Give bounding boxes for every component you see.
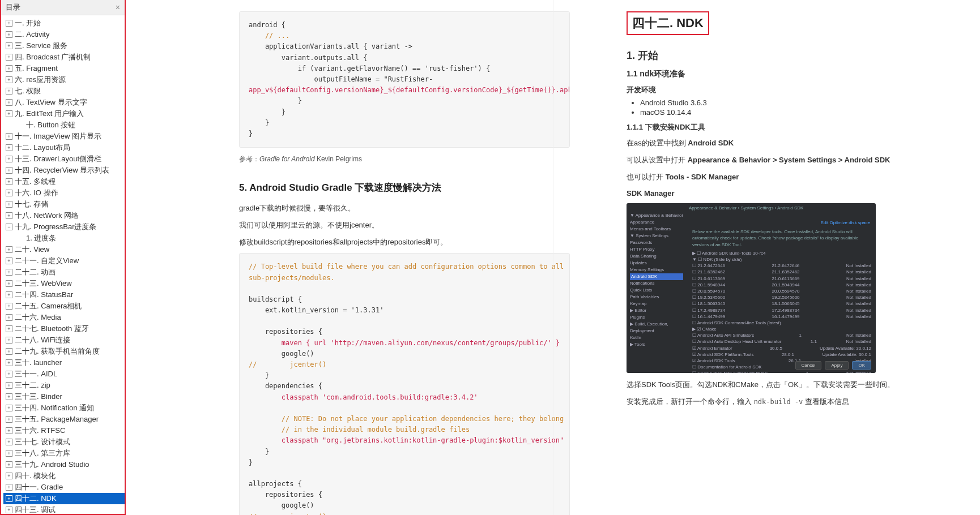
expand-icon[interactable]: + — [6, 416, 12, 423]
code-block-android: android { // ... applicationVariants.all… — [239, 11, 570, 148]
expand-icon[interactable]: + — [6, 31, 12, 38]
expand-icon[interactable]: + — [6, 393, 12, 400]
toc-item[interactable]: +四十三. 调试 — [3, 504, 125, 514]
toc-item[interactable]: +二十五. Camera相机 — [3, 301, 125, 312]
expand-icon[interactable]: + — [6, 484, 12, 491]
toc-item[interactable]: +一. 开始 — [3, 18, 125, 29]
paragraph: 也可以打开 Tools - SDK Manager — [627, 171, 957, 183]
expand-icon[interactable]: + — [6, 212, 12, 219]
toc-item[interactable]: +七. 权限 — [3, 85, 125, 97]
toc-item[interactable]: +九. EditText 用户输入 — [3, 108, 125, 119]
toc-item[interactable]: +十四. RecyclerView 显示列表 — [3, 165, 125, 176]
toc-item[interactable]: +二十一. 自定义View — [3, 255, 125, 267]
expand-icon[interactable]: + — [6, 359, 12, 366]
toc-item[interactable]: +四十. 模块化 — [3, 470, 125, 482]
toc-label: 二十八. WiFi连接 — [15, 335, 70, 345]
toc-item[interactable]: +十六. IO 操作 — [3, 187, 125, 199]
expand-icon[interactable]: + — [6, 156, 12, 162]
expand-icon[interactable]: + — [6, 178, 12, 185]
toc-item[interactable]: +三. Service 服务 — [3, 40, 125, 52]
expand-icon[interactable]: + — [6, 201, 12, 208]
expand-icon[interactable]: + — [6, 371, 12, 377]
expand-icon[interactable]: + — [6, 258, 12, 264]
expand-icon[interactable]: + — [6, 291, 12, 298]
toc-item[interactable]: +三十八. 第三方库 — [3, 448, 125, 459]
collapse-icon[interactable]: − — [6, 224, 12, 230]
expand-icon[interactable]: + — [6, 439, 12, 445]
toc-item[interactable]: +十三. DrawerLayout侧滑栏 — [3, 153, 125, 165]
expand-icon[interactable]: + — [6, 42, 12, 49]
expand-icon[interactable]: + — [6, 133, 12, 140]
expand-icon[interactable]: + — [6, 144, 12, 151]
toc-item[interactable]: +二. Activity — [3, 29, 125, 40]
toc-item[interactable]: +四十一. Gradle — [3, 482, 125, 493]
expand-icon[interactable]: + — [6, 246, 12, 253]
expand-icon[interactable]: + — [6, 110, 12, 117]
expand-icon[interactable]: + — [6, 99, 12, 106]
toc-label: 四十. 模块化 — [15, 471, 56, 481]
toc-item[interactable]: +三十九. Android Studio — [3, 459, 125, 470]
toc-item[interactable]: +十五. 多线程 — [3, 176, 125, 187]
expand-icon[interactable]: + — [6, 461, 12, 468]
toc-item[interactable]: −十九. ProgressBar进度条 — [3, 221, 125, 233]
close-icon[interactable]: × — [116, 3, 120, 12]
expand-icon[interactable]: + — [6, 88, 12, 95]
expand-icon[interactable]: + — [6, 405, 12, 411]
expand-icon[interactable]: + — [6, 450, 12, 457]
toc-item[interactable]: +三十七. 设计模式 — [3, 436, 125, 448]
toc-item[interactable]: +十七. 存储 — [3, 199, 125, 210]
toc-item[interactable]: +二十八. WiFi连接 — [3, 334, 125, 346]
toc-label: 三十一. AIDL — [15, 369, 57, 379]
toc-item[interactable]: +二十七. Bluetooth 蓝牙 — [3, 323, 125, 334]
toc-item[interactable]: +三十. launcher — [3, 357, 125, 368]
toc-item[interactable]: +六. res应用资源 — [3, 74, 125, 85]
expand-icon[interactable]: + — [6, 76, 12, 83]
expand-icon[interactable]: + — [6, 427, 12, 434]
toc-item[interactable]: +十八. NetWork 网络 — [3, 210, 125, 221]
dialog-button[interactable]: Cancel — [795, 361, 822, 370]
toc-item[interactable]: +十二. Layout布局 — [3, 142, 125, 153]
toc-item[interactable]: +二十九. 获取手机当前角度 — [3, 346, 125, 357]
toc-item[interactable]: +二十. View — [3, 244, 125, 255]
expand-icon[interactable]: + — [6, 54, 12, 61]
toc-item[interactable]: +二十六. Media — [3, 312, 125, 323]
toc-item[interactable]: +三十四. Notification 通知 — [3, 402, 125, 414]
expand-icon[interactable]: + — [6, 190, 12, 196]
sdk-manager-screenshot: Appearance & Behavior › System Settings … — [627, 203, 876, 373]
toc-label: 三. Service 服务 — [15, 41, 67, 51]
expand-icon[interactable]: + — [6, 473, 12, 479]
toc-item[interactable]: +三十五. PackageManager — [3, 414, 125, 425]
expand-icon[interactable]: + — [6, 495, 12, 502]
toc-item[interactable]: +四十二. NDK — [3, 493, 125, 504]
expand-icon[interactable]: + — [6, 20, 12, 27]
expand-icon[interactable]: + — [6, 65, 12, 72]
expand-icon[interactable]: + — [6, 303, 12, 310]
toc-item[interactable]: +二十二. 动画 — [3, 267, 125, 278]
expand-icon[interactable]: + — [6, 325, 12, 332]
dialog-button[interactable]: OK — [852, 361, 871, 370]
dialog-button[interactable]: Apply — [825, 361, 849, 370]
expand-icon[interactable]: + — [6, 280, 12, 287]
expand-icon[interactable]: + — [6, 167, 12, 174]
toc-item[interactable]: 十. Button 按钮 — [3, 119, 125, 131]
toc-item[interactable]: +十一. ImageView 图片显示 — [3, 131, 125, 142]
toc-item[interactable]: +三十三. Binder — [3, 391, 125, 402]
toc-item[interactable]: +三十六. RTFSC — [3, 425, 125, 436]
toc-item[interactable]: +三十二. zip — [3, 380, 125, 391]
expand-icon[interactable]: + — [6, 269, 12, 276]
toc-item[interactable]: 1. 进度条 — [3, 233, 125, 244]
toc-item[interactable]: +二十三. WebView — [3, 278, 125, 289]
expand-icon[interactable]: + — [6, 348, 12, 355]
toc-item[interactable]: +四. Broadcast 广播机制 — [3, 52, 125, 63]
expand-icon[interactable]: + — [6, 507, 12, 513]
toc-item[interactable]: +三十一. AIDL — [3, 368, 125, 380]
toc-item[interactable]: +五. Fragment — [3, 63, 125, 74]
expand-icon[interactable]: + — [6, 314, 12, 321]
toc-item[interactable]: +八. TextView 显示文字 — [3, 97, 125, 108]
toc-item[interactable]: +二十四. StatusBar — [3, 289, 125, 301]
expand-icon[interactable]: + — [6, 337, 12, 344]
expand-icon[interactable]: + — [6, 382, 12, 389]
toc-label: 三十八. 第三方库 — [15, 448, 70, 458]
paragraph: gradle下载的时候很慢，要等很久。 — [239, 202, 570, 214]
toc-tree[interactable]: +一. 开始+二. Activity+三. Service 服务+四. Broa… — [1, 15, 125, 514]
